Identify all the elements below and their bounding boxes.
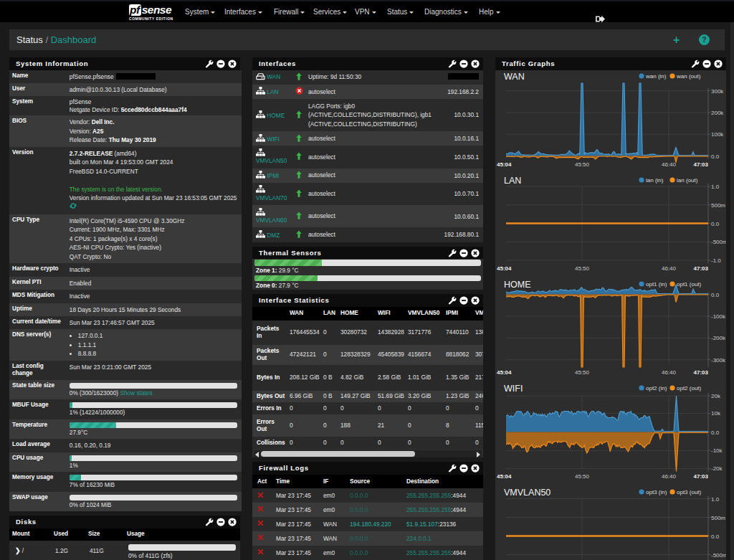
svg-text:-20k: -20k bbox=[711, 465, 723, 472]
svg-text:46:40: 46:40 bbox=[662, 369, 677, 376]
svg-text:-1.0: -1.0 bbox=[711, 257, 721, 264]
svg-text:47:03: 47:03 bbox=[694, 265, 709, 272]
svg-text:0.0: 0.0 bbox=[711, 291, 720, 298]
svg-text:opt1 (in): opt1 (in) bbox=[646, 281, 667, 288]
svg-text:300k: 300k bbox=[711, 87, 724, 94]
svg-text:0.0: 0.0 bbox=[711, 153, 720, 159]
svg-text:1.0: 1.0 bbox=[711, 184, 720, 190]
svg-text:46:40: 46:40 bbox=[662, 265, 677, 272]
svg-text:45:04: 45:04 bbox=[497, 265, 512, 272]
svg-text:-500m: -500m bbox=[711, 551, 726, 558]
svg-text:500m: 500m bbox=[711, 514, 725, 521]
svg-text:45:04: 45:04 bbox=[497, 369, 512, 376]
svg-text:10k: 10k bbox=[711, 410, 721, 417]
svg-text:-200k: -200k bbox=[711, 335, 726, 341]
svg-text:-100k: -100k bbox=[711, 313, 726, 320]
svg-text:LAN: LAN bbox=[504, 176, 521, 186]
svg-text:WAN: WAN bbox=[504, 72, 525, 82]
svg-text:45:50: 45:50 bbox=[575, 265, 590, 272]
svg-text:1.0: 1.0 bbox=[711, 495, 720, 502]
svg-text:wan (out): wan (out) bbox=[676, 73, 701, 80]
svg-text:opt3 (out): opt3 (out) bbox=[677, 489, 702, 495]
svg-text:45:04: 45:04 bbox=[497, 473, 512, 480]
svg-text:45:50: 45:50 bbox=[575, 473, 590, 480]
svg-text:HOME: HOME bbox=[504, 280, 531, 290]
svg-text:opt1 (out): opt1 (out) bbox=[677, 281, 702, 288]
svg-text:-10k: -10k bbox=[711, 447, 723, 454]
svg-text:0.0: 0.0 bbox=[711, 429, 720, 435]
svg-text:0.0: 0.0 bbox=[711, 533, 720, 539]
svg-text:100k: 100k bbox=[711, 131, 724, 138]
svg-text:500m: 500m bbox=[711, 201, 725, 208]
svg-text:45:50: 45:50 bbox=[575, 369, 590, 376]
svg-text:lan (in): lan (in) bbox=[646, 177, 664, 184]
svg-text:opt2 (out): opt2 (out) bbox=[677, 385, 702, 391]
svg-text:47:03: 47:03 bbox=[694, 161, 709, 167]
svg-text:WIFI: WIFI bbox=[504, 384, 523, 394]
svg-text:lan (out): lan (out) bbox=[677, 177, 698, 184]
svg-text:46:40: 46:40 bbox=[662, 161, 677, 167]
svg-text:47:03: 47:03 bbox=[694, 369, 709, 376]
svg-text:47:03: 47:03 bbox=[694, 473, 709, 480]
svg-text:wan (in): wan (in) bbox=[645, 73, 667, 80]
svg-text:200k: 200k bbox=[711, 110, 724, 116]
svg-text:45:50: 45:50 bbox=[575, 161, 590, 167]
svg-text:?: ? bbox=[702, 36, 706, 44]
svg-text:opt2 (in): opt2 (in) bbox=[646, 385, 667, 391]
svg-text:20k: 20k bbox=[711, 393, 721, 399]
svg-text:46:40: 46:40 bbox=[662, 473, 677, 480]
svg-text:0.0: 0.0 bbox=[711, 220, 720, 227]
svg-text:VMVLAN50: VMVLAN50 bbox=[504, 488, 550, 498]
svg-text:45:04: 45:04 bbox=[497, 161, 512, 167]
svg-text:opt3 (in): opt3 (in) bbox=[646, 489, 667, 495]
svg-text:-300k: -300k bbox=[711, 356, 726, 363]
svg-text:-500m: -500m bbox=[711, 239, 726, 245]
